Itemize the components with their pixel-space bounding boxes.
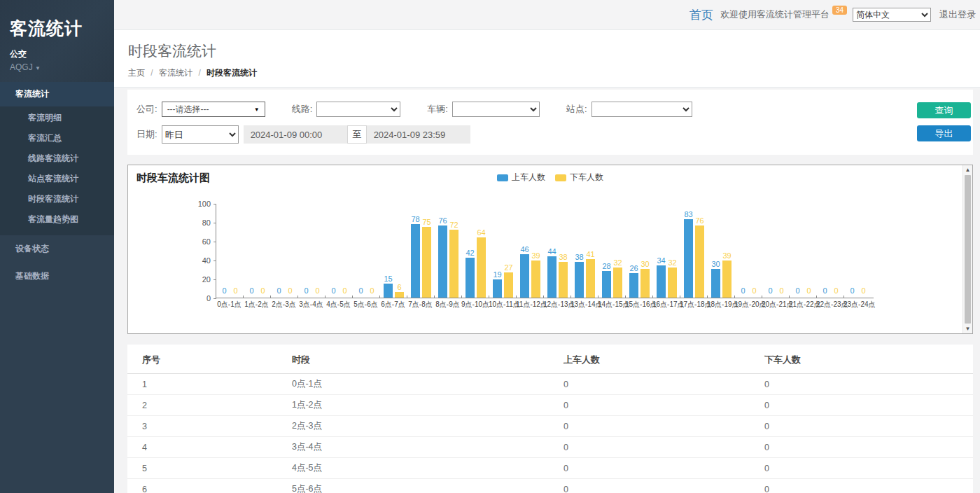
bar-group: 00 [244, 204, 271, 298]
bar-value-label: 39 [531, 251, 540, 260]
bar-group: 3432 [653, 204, 680, 298]
sidebar-header: 客流统计 公交 AQGJ ▼ [0, 0, 114, 82]
bar-group: 4639 [517, 204, 544, 298]
user-dropdown[interactable]: AQGJ ▼ [10, 62, 114, 72]
x-tick-label: 15点-16点 [625, 300, 652, 310]
table-cell: 4 [127, 437, 286, 458]
sidebar-item-trend-chart[interactable]: 客流量趋势图 [0, 209, 114, 230]
legend-item-boarding: 上车人数 [497, 172, 545, 183]
station-select[interactable] [592, 102, 692, 117]
home-link[interactable]: 首页 [690, 7, 713, 23]
bar-group: 00 [271, 204, 298, 298]
line-label: 线路: [292, 103, 313, 116]
y-tick-label: 60 [187, 237, 211, 246]
bar-group: 156 [380, 204, 407, 298]
x-tick-label: 22点-23点 [816, 300, 844, 310]
bar-value-label: 0 [861, 286, 865, 295]
company-select[interactable]: ---请选择--- ▼ [162, 102, 265, 117]
bar-value-label: 0 [822, 286, 827, 295]
top-navbar: 首页 欢迎使用客流统计管理平台 34 简体中文 退出登录 [114, 0, 980, 30]
breadcrumb-section[interactable]: 客流统计 [159, 68, 192, 78]
table-row: 21点-2点00 [127, 395, 973, 416]
sidebar-item-period-stats[interactable]: 时段客流统计 [0, 189, 114, 209]
table-cell: 5 [127, 458, 286, 479]
org-label: 公交 [10, 48, 114, 60]
bar-value-label: 64 [477, 228, 485, 237]
bar-value-label: 0 [249, 286, 253, 295]
breadcrumb-home[interactable]: 主页 [128, 68, 145, 78]
x-tick-label: 10点-11点 [489, 300, 516, 310]
bar-value-label: 0 [806, 286, 811, 295]
data-table-panel: 序号时段上车人数下车人数 10点-1点0021点-2点0032点-3点0043点… [127, 345, 973, 493]
x-tick-label: 14点-15点 [598, 300, 625, 310]
language-select[interactable]: 简体中文 [853, 8, 931, 22]
bar-value-label: 42 [465, 249, 474, 257]
y-tick-label: 80 [187, 218, 211, 227]
bar-value-label: 76 [438, 216, 447, 225]
line-select[interactable] [316, 102, 400, 117]
bar [438, 225, 447, 298]
table-header-cell: 序号 [127, 345, 286, 374]
period-table: 序号时段上车人数下车人数 10点-1点0021点-2点0032点-3点0043点… [127, 345, 973, 493]
bar-value-label: 0 [315, 286, 319, 295]
bar [411, 224, 420, 298]
x-tick-label: 6点-7点 [379, 300, 407, 310]
legend-swatch-boarding [497, 174, 508, 181]
x-tick-label: 8点-9点 [434, 300, 461, 310]
sidebar-item-station-stats[interactable]: 站点客流统计 [0, 169, 114, 189]
notification-badge[interactable]: 34 [832, 6, 847, 15]
table-row: 32点-3点00 [127, 416, 973, 437]
x-tick-label: 11点-12点 [516, 300, 543, 310]
bar-group: 2630 [626, 204, 653, 298]
sidebar-item-passenger-summary[interactable]: 客流汇总 [0, 128, 114, 148]
sidebar-item-line-stats[interactable]: 线路客流统计 [0, 148, 114, 169]
bar-value-label: 46 [520, 245, 528, 254]
bar-value-label: 0 [741, 286, 745, 295]
bar [722, 261, 732, 298]
chevron-down-icon: ▼ [35, 65, 41, 71]
content: 公司: ---请选择--- ▼ 线路: 车辆: 站点: 日期: 昨日 2024-… [114, 88, 980, 493]
scrollbar-thumb[interactable] [965, 175, 971, 324]
x-tick-label: 19点-20点 [734, 300, 762, 310]
table-cell: 1点-2点 [286, 395, 558, 416]
table-cell: 0 [759, 458, 973, 479]
table-cell: 0 [759, 479, 973, 493]
bar [559, 262, 568, 298]
table-cell: 5点-6点 [286, 479, 558, 493]
vehicle-label: 车辆: [427, 103, 448, 116]
bar-value-label: 0 [288, 286, 292, 295]
date-from-input[interactable]: 2024-01-09 00:00 [244, 125, 347, 144]
sidebar-submenu: 客流明细 客流汇总 线路客流统计 站点客流统计 时段客流统计 客流量趋势图 [0, 106, 114, 235]
bar [684, 219, 693, 298]
scroll-down-icon[interactable]: ▼ [965, 324, 971, 333]
bar-value-label: 0 [834, 286, 838, 295]
logout-link[interactable]: 退出登录 [939, 8, 976, 21]
station-label: 站点: [566, 103, 587, 116]
bar [547, 256, 556, 298]
date-to-input[interactable]: 2024-01-09 23:59 [367, 125, 470, 144]
legend-swatch-alighting [555, 174, 566, 181]
bar-group: 4438 [544, 204, 571, 298]
scroll-up-icon[interactable]: ▲ [965, 165, 971, 174]
query-button[interactable]: 查询 [917, 102, 971, 118]
bar-value-label: 0 [342, 286, 346, 295]
sidebar-item-passenger-stats[interactable]: 客流统计 [0, 82, 114, 106]
sidebar-item-device-status[interactable]: 设备状态 [0, 235, 114, 263]
x-tick-label: 7点-8点 [407, 300, 434, 310]
x-tick-label: 21点-22点 [789, 300, 816, 310]
date-preset-select[interactable]: 昨日 [162, 125, 239, 144]
bar-value-label: 0 [795, 286, 799, 295]
export-button[interactable]: 导出 [917, 125, 971, 141]
company-label: 公司: [136, 103, 158, 116]
sidebar-item-base-data[interactable]: 基础数据 [0, 263, 114, 290]
bar-value-label: 0 [358, 286, 363, 295]
vertical-scrollbar[interactable]: ▲ ▼ [962, 165, 972, 333]
x-tick-label: 12点-13点 [543, 300, 570, 310]
x-tick-label: 18点-19点 [707, 300, 734, 310]
bar-value-label: 0 [276, 286, 281, 295]
sidebar-item-passenger-detail[interactable]: 客流明细 [0, 108, 114, 128]
bar-group: 00 [790, 204, 817, 298]
vehicle-select[interactable] [452, 102, 540, 117]
x-tick-label: 16点-17点 [652, 300, 680, 310]
y-tick [214, 279, 216, 280]
